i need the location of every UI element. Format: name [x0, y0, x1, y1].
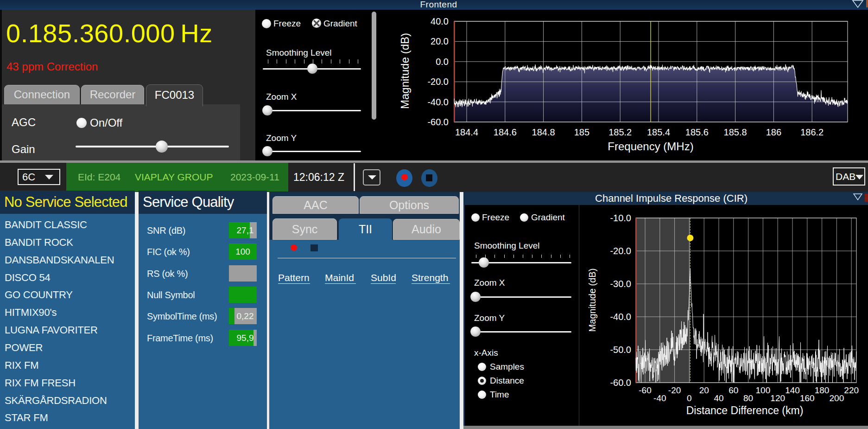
svg-text:185.6: 185.6: [685, 127, 709, 137]
svg-text:Distance Difference (km): Distance Difference (km): [686, 404, 804, 416]
svg-text:120: 120: [770, 393, 785, 403]
svg-text:-40.0: -40.0: [427, 97, 449, 107]
svg-text:-40.0: -40.0: [610, 312, 631, 322]
svg-text:20: 20: [699, 385, 709, 395]
svg-text:-60.0: -60.0: [427, 117, 449, 127]
svg-text:Magnitude (dB): Magnitude (dB): [587, 269, 597, 332]
svg-text:0: 0: [687, 393, 692, 403]
svg-text:-10.0: -10.0: [610, 213, 631, 223]
svg-text:160: 160: [800, 393, 815, 403]
svg-text:-20.0: -20.0: [610, 246, 631, 256]
svg-text:185.4: 185.4: [647, 127, 670, 137]
svg-text:186: 186: [766, 127, 781, 137]
svg-text:100: 100: [756, 385, 771, 395]
svg-text:184.6: 184.6: [494, 127, 517, 137]
svg-text:40.0: 40.0: [431, 16, 449, 26]
svg-text:0.0: 0.0: [436, 57, 449, 67]
svg-text:80: 80: [743, 393, 753, 403]
svg-text:185: 185: [574, 127, 589, 137]
svg-text:-60.0: -60.0: [610, 378, 631, 388]
svg-text:-30.0: -30.0: [610, 279, 631, 289]
svg-text:185.2: 185.2: [608, 127, 632, 137]
svg-text:185.8: 185.8: [724, 127, 747, 137]
svg-text:200: 200: [830, 393, 844, 403]
svg-text:-50.0: -50.0: [610, 345, 631, 355]
svg-text:-20: -20: [668, 385, 681, 395]
svg-text:220: 220: [844, 385, 859, 395]
svg-text:20.0: 20.0: [431, 36, 449, 46]
svg-text:Frequency (MHz): Frequency (MHz): [608, 140, 693, 153]
svg-text:184.8: 184.8: [532, 127, 555, 137]
svg-text:186.2: 186.2: [800, 127, 824, 137]
svg-text:184.4: 184.4: [455, 127, 478, 137]
svg-text:60: 60: [729, 385, 738, 395]
svg-text:180: 180: [815, 385, 830, 395]
svg-text:-40: -40: [653, 393, 666, 403]
svg-text:140: 140: [785, 385, 800, 395]
svg-text:Magnitude (dB): Magnitude (dB): [399, 33, 411, 109]
svg-text:-60: -60: [639, 385, 651, 395]
svg-text:-20.0: -20.0: [427, 77, 449, 87]
svg-text:40: 40: [714, 393, 723, 403]
